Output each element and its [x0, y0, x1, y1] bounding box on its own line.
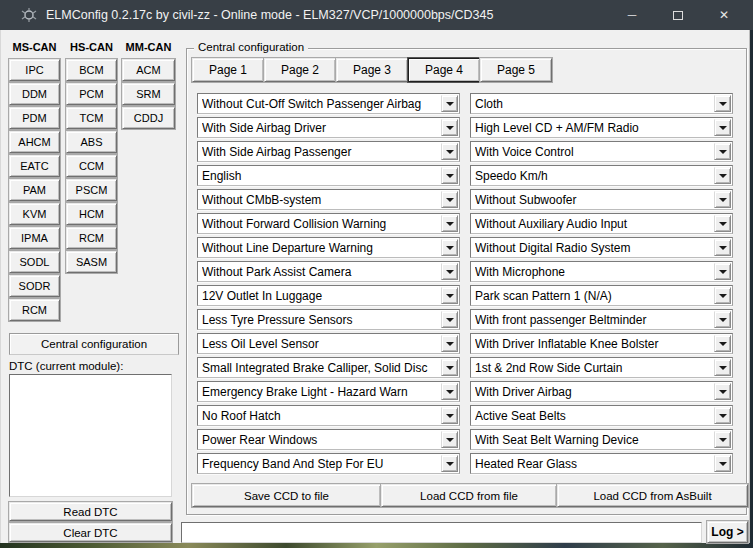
dropdown-arrow-icon[interactable]	[714, 431, 731, 448]
dropdown-arrow-icon[interactable]	[441, 239, 458, 256]
dtc-textarea[interactable]	[9, 374, 172, 497]
dropdown-arrow-icon[interactable]	[441, 215, 458, 232]
dropdown-arrow-icon[interactable]	[714, 263, 731, 280]
config-dropdown-right-7[interactable]: Without Digital Radio System	[470, 237, 733, 258]
clear-dtc-button[interactable]: Clear DTC	[9, 523, 172, 542]
save-ccd-to-file-button[interactable]: Save CCD to file	[192, 484, 381, 507]
dropdown-arrow-icon[interactable]	[441, 359, 458, 376]
module-button-ccm[interactable]: CCM	[66, 155, 117, 177]
dropdown-arrow-icon[interactable]	[714, 335, 731, 352]
dropdown-arrow-icon[interactable]	[714, 407, 731, 424]
central-configuration-tab[interactable]: Central configuration	[9, 333, 179, 355]
dropdown-arrow-icon[interactable]	[714, 359, 731, 376]
config-dropdown-right-5[interactable]: Without Subwoofer	[470, 189, 733, 210]
dropdown-arrow-icon[interactable]	[714, 383, 731, 400]
dropdown-arrow-icon[interactable]	[441, 263, 458, 280]
config-dropdown-right-14[interactable]: Active Seat Belts	[470, 405, 733, 426]
config-dropdown-left-4[interactable]: English	[197, 165, 460, 186]
config-dropdown-left-14[interactable]: No Roof Hatch	[197, 405, 460, 426]
module-button-pam[interactable]: PAM	[9, 179, 60, 201]
module-button-hcm[interactable]: HCM	[66, 203, 117, 225]
dropdown-arrow-icon[interactable]	[714, 191, 731, 208]
module-button-kvm[interactable]: KVM	[9, 203, 60, 225]
module-button-sasm[interactable]: SASM	[66, 251, 117, 273]
module-button-abs[interactable]: ABS	[66, 131, 117, 153]
config-dropdown-right-4[interactable]: Speedo Km/h	[470, 165, 733, 186]
dropdown-arrow-icon[interactable]	[441, 191, 458, 208]
config-dropdown-right-6[interactable]: Without Auxiliary Audio Input	[470, 213, 733, 234]
close-button[interactable]: ✕	[701, 0, 747, 30]
module-button-rcm[interactable]: RCM	[9, 299, 60, 321]
config-dropdown-right-3[interactable]: With Voice Control	[470, 141, 733, 162]
module-button-ipc[interactable]: IPC	[9, 59, 60, 81]
dropdown-arrow-icon[interactable]	[441, 95, 458, 112]
module-button-ipma[interactable]: IPMA	[9, 227, 60, 249]
config-dropdown-left-6[interactable]: Without Forward Collision Warning	[197, 213, 460, 234]
dropdown-arrow-icon[interactable]	[441, 407, 458, 424]
config-dropdown-right-12[interactable]: 1st & 2nd Row Side Curtain	[470, 357, 733, 378]
config-dropdown-right-2[interactable]: High Level CD + AM/FM Radio	[470, 117, 733, 138]
log-input[interactable]	[181, 522, 702, 543]
module-button-acm[interactable]: ACM	[122, 59, 175, 81]
dropdown-arrow-icon[interactable]	[441, 335, 458, 352]
page-tab-page-5[interactable]: Page 5	[480, 58, 552, 82]
dropdown-arrow-icon[interactable]	[714, 119, 731, 136]
config-dropdown-left-3[interactable]: With Side Airbag Passenger	[197, 141, 460, 162]
log-button[interactable]: Log >	[707, 521, 748, 543]
dropdown-arrow-icon[interactable]	[714, 167, 731, 184]
module-button-rcm[interactable]: RCM	[66, 227, 117, 249]
config-dropdown-right-8[interactable]: With Microphone	[470, 261, 733, 282]
page-tab-page-4[interactable]: Page 4	[408, 58, 480, 82]
dropdown-arrow-icon[interactable]	[441, 431, 458, 448]
config-dropdown-right-1[interactable]: Cloth	[470, 93, 733, 114]
dropdown-arrow-icon[interactable]	[714, 311, 731, 328]
dropdown-arrow-icon[interactable]	[714, 215, 731, 232]
dropdown-arrow-icon[interactable]	[714, 455, 731, 472]
module-button-eatc[interactable]: EATC	[9, 155, 60, 177]
dropdown-arrow-icon[interactable]	[441, 455, 458, 472]
config-dropdown-left-10[interactable]: Less Tyre Pressure Sensors	[197, 309, 460, 330]
module-button-tcm[interactable]: TCM	[66, 107, 117, 129]
config-dropdown-right-15[interactable]: With Seat Belt Warning Device	[470, 429, 733, 450]
page-tab-page-3[interactable]: Page 3	[336, 58, 408, 82]
dropdown-arrow-icon[interactable]	[441, 287, 458, 304]
config-dropdown-left-12[interactable]: Small Integrated Brake Calliper, Solid D…	[197, 357, 460, 378]
config-dropdown-right-10[interactable]: With front passenger Beltminder	[470, 309, 733, 330]
dropdown-arrow-icon[interactable]	[714, 287, 731, 304]
module-button-ddm[interactable]: DDM	[9, 83, 60, 105]
config-dropdown-left-16[interactable]: Frequency Band And Step For EU	[197, 453, 460, 474]
dropdown-arrow-icon[interactable]	[441, 311, 458, 328]
dropdown-arrow-icon[interactable]	[441, 167, 458, 184]
config-dropdown-left-1[interactable]: Without Cut-Off Switch Passenger Airbag	[197, 93, 460, 114]
config-dropdown-left-7[interactable]: Without Line Departure Warning	[197, 237, 460, 258]
config-dropdown-right-9[interactable]: Park scan Pattern 1 (N/A)	[470, 285, 733, 306]
module-button-pscm[interactable]: PSCM	[66, 179, 117, 201]
config-dropdown-left-8[interactable]: Without Park Assist Camera	[197, 261, 460, 282]
config-dropdown-right-16[interactable]: Heated Rear Glass	[470, 453, 733, 474]
module-button-srm[interactable]: SRM	[122, 83, 175, 105]
dropdown-arrow-icon[interactable]	[441, 119, 458, 136]
config-dropdown-left-5[interactable]: Without CMbB-system	[197, 189, 460, 210]
module-button-bcm[interactable]: BCM	[66, 59, 117, 81]
dropdown-arrow-icon[interactable]	[714, 95, 731, 112]
config-dropdown-left-2[interactable]: With Side Airbag Driver	[197, 117, 460, 138]
load-ccd-from-asbuilt-button[interactable]: Load CCD from AsBuilt	[557, 484, 748, 507]
page-tab-page-2[interactable]: Page 2	[264, 58, 336, 82]
config-dropdown-left-13[interactable]: Emergency Brake Light - Hazard Warn	[197, 381, 460, 402]
module-button-sodl[interactable]: SODL	[9, 251, 60, 273]
config-dropdown-right-13[interactable]: With Driver Airbag	[470, 381, 733, 402]
module-button-pcm[interactable]: PCM	[66, 83, 117, 105]
page-tab-page-1[interactable]: Page 1	[192, 58, 264, 82]
module-button-pdm[interactable]: PDM	[9, 107, 60, 129]
module-button-cddj[interactable]: CDDJ	[122, 107, 175, 129]
maximize-button[interactable]	[655, 0, 701, 30]
config-dropdown-right-11[interactable]: With Driver Inflatable Knee Bolster	[470, 333, 733, 354]
dropdown-arrow-icon[interactable]	[441, 383, 458, 400]
dropdown-arrow-icon[interactable]	[441, 143, 458, 160]
load-ccd-from-file-button[interactable]: Load CCD from file	[381, 484, 557, 507]
dropdown-arrow-icon[interactable]	[714, 143, 731, 160]
config-dropdown-left-9[interactable]: 12V Outlet In Luggage	[197, 285, 460, 306]
minimize-button[interactable]: ─	[609, 0, 655, 30]
config-dropdown-left-15[interactable]: Power Rear Windows	[197, 429, 460, 450]
dropdown-arrow-icon[interactable]	[714, 239, 731, 256]
